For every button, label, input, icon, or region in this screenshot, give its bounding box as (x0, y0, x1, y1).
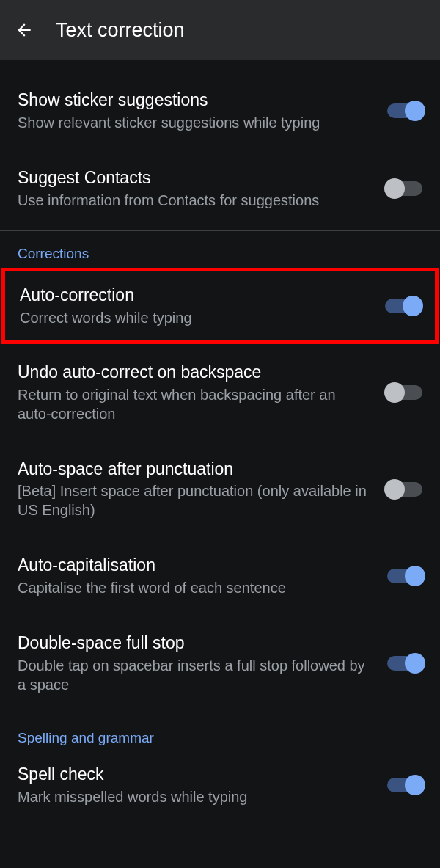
setting-title: Auto-space after punctuation (18, 459, 373, 481)
toggle-switch[interactable] (387, 103, 422, 118)
toggle-switch[interactable] (387, 482, 422, 497)
back-arrow-icon[interactable] (13, 19, 35, 41)
setting-text: Auto-space after punctuation [Beta] Inse… (18, 459, 387, 520)
setting-text: Auto-correction Correct words while typi… (20, 285, 385, 327)
setting-text: Double-space full stop Double tap on spa… (18, 632, 387, 694)
setting-text: Undo auto-correct on backspace Return to… (18, 362, 387, 423)
setting-title: Spell check (18, 764, 373, 786)
toggle-switch[interactable] (387, 385, 422, 400)
setting-spellcheck[interactable]: Spell check Mark misspelled words while … (0, 752, 440, 812)
setting-subtitle: [Beta] Insert space after punctuation (o… (18, 481, 373, 519)
toggle-switch[interactable] (387, 181, 422, 196)
setting-subtitle: Return to original text when backspacing… (18, 385, 373, 423)
setting-autocap[interactable]: Auto-capitalisation Capitalise the first… (0, 534, 440, 612)
setting-suggest-contacts[interactable]: Suggest Contacts Use information from Co… (0, 147, 440, 230)
settings-content: Show sticker suggestions Show relevant s… (0, 60, 440, 812)
setting-title: Auto-capitalisation (18, 555, 373, 577)
toggle-switch[interactable] (387, 778, 422, 792)
setting-subtitle: Use information from Contacts for sugges… (18, 191, 373, 210)
setting-sticker-suggestions[interactable]: Show sticker suggestions Show relevant s… (0, 66, 440, 147)
setting-undo-autocorrect[interactable]: Undo auto-correct on backspace Return to… (0, 344, 440, 438)
setting-subtitle: Capitalise the first word of each senten… (18, 578, 373, 597)
toggle-switch[interactable] (387, 656, 422, 671)
setting-subtitle: Correct words while typing (20, 308, 370, 327)
section-header-spelling: Spelling and grammar (0, 715, 440, 752)
setting-auto-correction[interactable]: Auto-correction Correct words while typi… (5, 271, 435, 340)
setting-doublespace[interactable]: Double-space full stop Double tap on spa… (0, 612, 440, 715)
setting-subtitle: Show relevant sticker suggestions while … (18, 113, 373, 132)
setting-subtitle: Double tap on spacebar inserts a full st… (18, 656, 373, 694)
section-header-corrections: Corrections (0, 231, 440, 268)
setting-text: Suggest Contacts Use information from Co… (18, 167, 387, 210)
toggle-switch[interactable] (387, 569, 422, 583)
setting-text: Spell check Mark misspelled words while … (18, 764, 387, 806)
page-title: Text correction (56, 19, 185, 42)
setting-text: Show sticker suggestions Show relevant s… (18, 90, 387, 132)
setting-autospace[interactable]: Auto-space after punctuation [Beta] Inse… (0, 438, 440, 535)
setting-text: Auto-capitalisation Capitalise the first… (18, 555, 387, 597)
highlight-annotation: Auto-correction Correct words while typi… (1, 268, 439, 344)
app-header: Text correction (0, 0, 440, 60)
setting-title: Undo auto-correct on backspace (18, 362, 373, 384)
setting-subtitle: Mark misspelled words while typing (18, 787, 373, 806)
setting-title: Auto-correction (20, 285, 370, 307)
setting-title: Suggest Contacts (18, 167, 373, 189)
setting-title: Show sticker suggestions (18, 90, 373, 112)
setting-title: Double-space full stop (18, 632, 373, 654)
toggle-switch[interactable] (385, 299, 420, 313)
